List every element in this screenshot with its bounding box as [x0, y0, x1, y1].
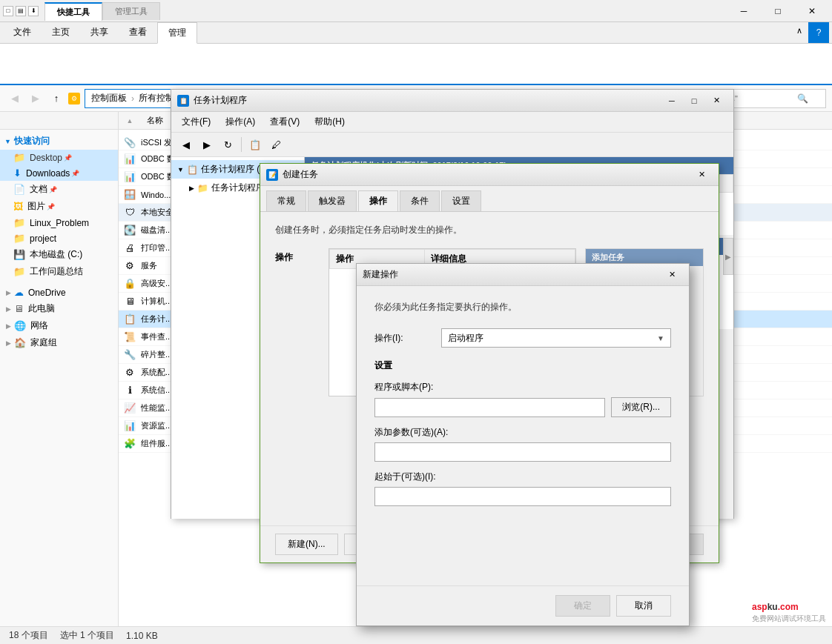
watermark-asp: asp: [752, 602, 767, 612]
sidebar-item-work-notes[interactable]: 📁 工作问题总结: [0, 263, 118, 280]
forward-btn[interactable]: ▶: [27, 90, 44, 107]
sidebar-item-desktop[interactable]: 📁 Desktop 📌: [0, 150, 118, 165]
na-start-input[interactable]: [374, 487, 671, 506]
downloads-label: Downloads: [26, 168, 70, 179]
col-sort-up: ▲: [119, 112, 141, 129]
na-cancel-btn[interactable]: 取消: [616, 595, 671, 617]
ribbon-collapse-btn[interactable]: ∧: [790, 22, 808, 43]
disk-icon: 💾: [13, 249, 25, 260]
ct-tab-conditions[interactable]: 条件: [400, 190, 440, 211]
ribbon-tabs-row: 文件 主页 共享 查看 管理 ∧ ?: [0, 22, 832, 44]
sidebar-item-network[interactable]: ▶ 🌐 网络: [0, 317, 118, 334]
linux-folder-icon: 📁: [13, 217, 25, 228]
ct-tab-actions[interactable]: 操作: [358, 190, 398, 211]
na-close-btn[interactable]: ✕: [661, 266, 683, 284]
ts-menu-view[interactable]: 查看(V): [263, 113, 307, 130]
ct-tab-settings[interactable]: 设置: [441, 190, 481, 211]
na-program-input[interactable]: [374, 398, 605, 417]
window-icons: □ ▤ ⬇: [3, 6, 39, 16]
back-btn[interactable]: ◀: [6, 90, 24, 107]
address-icon: ⚙: [68, 93, 80, 104]
ts-menubar: 文件(F) 操作(A) 查看(V) 帮助(H): [171, 112, 733, 133]
up-btn[interactable]: ↑: [47, 90, 65, 107]
breadcrumb-part1[interactable]: 控制面板: [91, 92, 127, 104]
ts-icon2-btn[interactable]: 🖊: [267, 136, 285, 153]
file-icon-15: ℹ: [119, 385, 141, 396]
na-action-select[interactable]: 启动程序 ▼: [441, 328, 671, 348]
homegroup-icon: 🏠: [14, 337, 26, 348]
cloud-icon: ☁: [14, 287, 24, 298]
ts-min-btn[interactable]: ─: [661, 92, 683, 110]
ribbon-tab-management[interactable]: 管理工具: [102, 2, 160, 20]
ts-tree-icon: 📋: [187, 165, 198, 175]
na-content: 你必须为此任务指定要执行的操作。 操作(I): 启动程序 ▼ 设置 程序或脚本(…: [357, 286, 689, 530]
sidebar-item-thispc[interactable]: ▶ 🖥 此电脑: [0, 300, 118, 317]
ribbon-help-btn[interactable]: ?: [808, 22, 829, 43]
sidebar-item-local-disk[interactable]: 💾 本地磁盘 (C:): [0, 246, 118, 263]
ts-resize-handle[interactable]: ▶: [723, 238, 733, 275]
project-folder-icon: 📁: [13, 233, 25, 244]
minimize-button[interactable]: ─: [727, 1, 761, 21]
sidebar-quick-access-header[interactable]: ▼ 快速访问: [0, 133, 118, 150]
file-icon-16: 📈: [119, 402, 141, 414]
na-action-value: 启动程序: [448, 332, 483, 345]
na-program-label: 程序或脚本(P):: [374, 381, 671, 394]
sidebar-item-project[interactable]: 📁 project: [0, 230, 118, 246]
pin-icon-pic: 📌: [47, 203, 55, 210]
na-ok-btn[interactable]: 确定: [555, 595, 610, 617]
ct-close-btn[interactable]: ✕: [690, 166, 713, 184]
linux-label: Linux_Problem: [30, 218, 89, 228]
na-params-input[interactable]: [374, 442, 671, 462]
watermark: aspku.com 免费网站调试环境工具: [752, 595, 826, 623]
ct-tab-general[interactable]: 常规: [266, 190, 306, 211]
status-size: 1.10 KB: [126, 631, 158, 641]
na-title-text: 新建操作: [363, 268, 661, 281]
ribbon-view-tab[interactable]: 查看: [119, 22, 157, 43]
ribbon-file-tab[interactable]: 文件: [3, 22, 42, 43]
file-icon-5: 🛡: [119, 207, 141, 218]
ts-lib-icon: 📁: [197, 183, 208, 193]
maximize-button[interactable]: □: [761, 1, 795, 21]
window-icon-1: □: [3, 6, 13, 16]
ts-back-btn[interactable]: ◀: [177, 136, 195, 153]
ct-title-icon: 📝: [266, 169, 278, 181]
ribbon-home-tab[interactable]: 主页: [42, 22, 80, 43]
watermark-ku: ku: [767, 602, 778, 612]
na-browse-btn[interactable]: 浏览(R)...: [611, 397, 671, 417]
sidebar-item-onedrive[interactable]: ▶ ☁ OneDrive: [0, 285, 118, 300]
ct-title-text: 创建任务: [283, 168, 690, 181]
ts-forward-btn[interactable]: ▶: [198, 136, 216, 153]
sidebar: ▼ 快速访问 📁 Desktop 📌 ⬇ Downloads 📌 📄 文档 📌 …: [0, 130, 119, 644]
ct-tab-triggers[interactable]: 触发器: [308, 190, 357, 211]
ribbon-manage-tab[interactable]: 管理: [157, 22, 197, 44]
sidebar-item-downloads[interactable]: ⬇ Downloads 📌: [0, 165, 118, 181]
na-program-field: 程序或脚本(P): 浏览(R)...: [374, 381, 671, 417]
sidebar-item-homegroup[interactable]: ▶ 🏠 家庭组: [0, 334, 118, 351]
ts-refresh-btn[interactable]: ↻: [219, 136, 237, 153]
network-label: 网络: [30, 319, 48, 332]
sidebar-item-documents[interactable]: 📄 文档 📌: [0, 181, 118, 198]
ct-new-btn[interactable]: 新建(N)...: [275, 534, 338, 555]
ts-icon1-btn[interactable]: 📋: [246, 136, 264, 153]
folder-icon: 📁: [13, 152, 25, 163]
close-button[interactable]: ✕: [795, 1, 829, 21]
file-icon-10: 🖥: [119, 296, 141, 307]
ts-close-btn[interactable]: ✕: [705, 92, 727, 110]
ts-max-btn[interactable]: □: [683, 92, 705, 110]
ts-menu-action[interactable]: 操作(A): [218, 113, 263, 130]
ts-menu-file[interactable]: 文件(F): [174, 113, 218, 130]
sidebar-item-linux[interactable]: 📁 Linux_Problem: [0, 215, 118, 230]
ts-menu-help[interactable]: 帮助(H): [307, 113, 352, 130]
ribbon-tab-quick-tools[interactable]: 快捷工具: [44, 2, 102, 21]
na-params-field: 添加参数(可选)(A):: [374, 426, 671, 462]
sidebar-item-pictures[interactable]: 🖼 图片 📌: [0, 198, 118, 215]
na-settings-label: 设置: [374, 359, 671, 372]
ribbon-share-tab[interactable]: 共享: [80, 22, 119, 43]
doc-icon: 📄: [13, 184, 25, 195]
ct-action-label: 操作: [275, 248, 320, 396]
status-bar: 18 个项目 选中 1 个项目 1.10 KB: [0, 626, 832, 644]
status-selected: 选中 1 个项目: [60, 629, 114, 642]
arrow-right-icon: ▶: [6, 289, 11, 296]
window-icon-2: ▤: [16, 6, 26, 16]
file-icon-3: 📊: [119, 171, 141, 182]
